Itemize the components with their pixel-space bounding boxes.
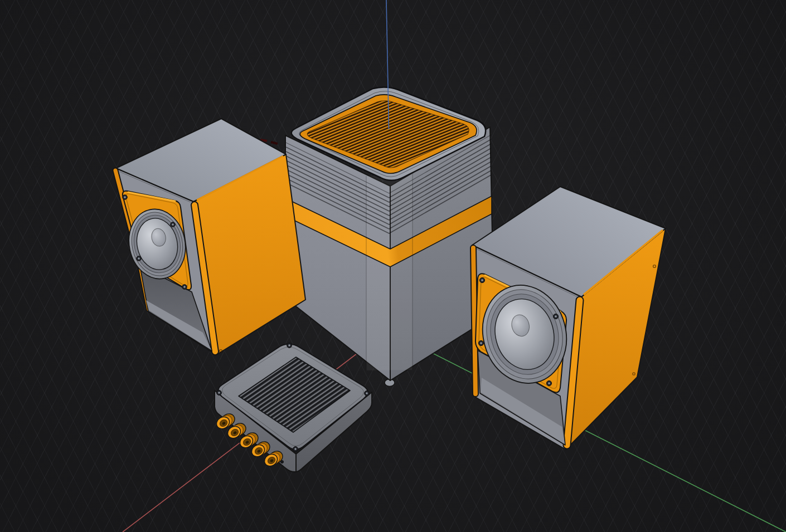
amplifier[interactable] <box>215 343 372 472</box>
background-mark <box>271 142 278 144</box>
subwoofer[interactable] <box>285 87 494 386</box>
left-speaker[interactable] <box>115 119 305 355</box>
right-speaker-edge-strip-left <box>473 248 476 394</box>
right-speaker[interactable] <box>472 187 666 450</box>
viewport-grid[interactable] <box>0 0 786 532</box>
